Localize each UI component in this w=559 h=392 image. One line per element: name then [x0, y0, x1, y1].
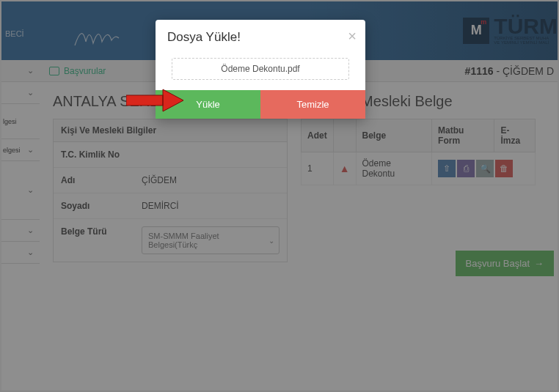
close-icon[interactable]: ×	[348, 29, 357, 43]
upload-button[interactable]: Yükle	[156, 90, 260, 119]
upload-modal: Dosya Yükle! × Ödeme Dekontu.pdf Yükle T…	[156, 20, 365, 119]
clear-button[interactable]: Temizle	[260, 90, 365, 119]
file-drop-input[interactable]: Ödeme Dekontu.pdf	[172, 58, 349, 80]
modal-title: Dosya Yükle! ×	[156, 20, 365, 52]
file-name: Ödeme Dekontu.pdf	[221, 64, 299, 74]
